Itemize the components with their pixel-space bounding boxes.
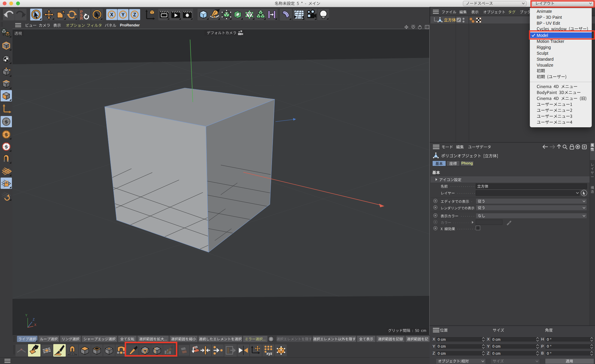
svg-text:xyz: xyz (266, 352, 272, 356)
svg-text:Y: Y (25, 313, 27, 317)
svg-text:X: X (34, 323, 36, 327)
svg-text:R: R (80, 16, 83, 21)
svg-text:Z: Z (33, 318, 35, 321)
svg-text:S: S (5, 144, 8, 149)
svg-text:S: S (5, 119, 8, 124)
svg-text:Y: Y (121, 12, 125, 17)
svg-text:S: S (5, 132, 8, 137)
svg-text:X: X (110, 12, 113, 17)
svg-text:Z: Z (133, 12, 136, 17)
